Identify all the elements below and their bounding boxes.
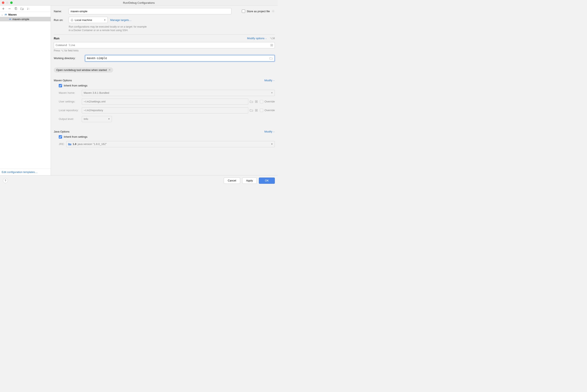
chip-label: Open run/debug tool window when started [56, 68, 107, 72]
output-level-select: Info ▼ [82, 116, 112, 122]
chevron-down-icon: ▼ [108, 118, 110, 120]
chevron-down-icon: ▼ [104, 19, 106, 21]
java-inherit-label: Inherit from settings [64, 135, 87, 138]
java-modify-link[interactable]: Modify⌄ [264, 130, 275, 133]
svg-rect-1 [15, 8, 17, 10]
name-input[interactable] [69, 8, 231, 14]
maven-home-select: Maven 3.8.1 Bundled ▼ [82, 90, 275, 96]
tree-root-maven[interactable]: ⌄ m Maven [0, 12, 51, 17]
close-window-button[interactable] [2, 2, 4, 4]
cancel-button[interactable]: Cancel [224, 178, 240, 184]
tree-item-label: maven-simple [13, 18, 29, 21]
store-as-project-label: Store as project file [247, 10, 270, 13]
folder-save-icon[interactable] [20, 7, 24, 10]
maven-icon: m [9, 18, 12, 20]
tree-item-maven-simple[interactable]: m maven-simple [0, 17, 51, 21]
gear-icon[interactable] [271, 10, 275, 13]
maven-modify-link[interactable]: Modify⌄ [264, 79, 275, 82]
minimize-window-button[interactable] [6, 2, 9, 4]
maven-inherit-checkbox[interactable] [59, 84, 62, 87]
output-level-label: Output level: [54, 118, 82, 120]
open-tool-window-chip[interactable]: Open run/debug tool window when started … [54, 68, 113, 72]
cmd-hint: Press ⌥ for field hints [54, 49, 275, 52]
svg-point-2 [273, 11, 274, 12]
chevron-down-icon: ⌄ [265, 37, 267, 40]
store-as-project-checkbox[interactable] [242, 10, 245, 13]
jre-select: 1.8 java version "1.8.0_162" ▼ [66, 141, 275, 147]
sidebar-toolbar [0, 6, 51, 12]
working-dir-input-wrap [85, 55, 275, 62]
expand-icon [254, 108, 258, 112]
ok-button[interactable]: OK [259, 178, 275, 184]
remove-icon[interactable] [8, 7, 11, 10]
maven-heading: Maven Options [54, 79, 72, 82]
run-section-header: Run Modify options⌄ ⌥M [54, 37, 275, 40]
copy-icon[interactable] [14, 7, 18, 10]
help-button[interactable]: ? [3, 178, 8, 183]
working-dir-input[interactable] [85, 56, 274, 61]
maven-section-header: Maven Options Modify⌄ [54, 79, 275, 82]
titlebar: Run/Debug Configurations [0, 0, 278, 6]
folder-icon[interactable] [269, 57, 273, 60]
maven-icon: m [4, 13, 8, 16]
window-title: Run/Debug Configurations [0, 1, 278, 4]
override-label: Override [264, 109, 275, 112]
tree-root-label: Maven [8, 13, 17, 16]
sort-icon[interactable] [27, 7, 30, 10]
chip-close-icon[interactable]: ✕ [109, 68, 111, 71]
add-icon[interactable] [2, 7, 5, 10]
java-inherit-checkbox[interactable] [59, 135, 62, 138]
user-settings-override-checkbox [260, 100, 263, 103]
chevron-down-icon: ⌄ [1, 14, 3, 16]
modify-options-link[interactable]: Modify options⌄ [247, 37, 267, 40]
chevron-down-icon: ▼ [271, 92, 273, 94]
runon-label: Run on: [54, 18, 69, 22]
manage-targets-link[interactable]: Manage targets… [110, 18, 132, 22]
config-tree: ⌄ m Maven m maven-simple [0, 12, 51, 168]
jre-version: 1.8 [73, 142, 76, 146]
sidebar: ⌄ m Maven m maven-simple Edit configurat… [0, 6, 51, 175]
folder-icon [249, 108, 253, 112]
folder-icon [68, 143, 71, 146]
dialog-footer: ? Cancel Apply OK [0, 175, 278, 186]
maven-home-label: Maven home: [54, 91, 82, 94]
jre-label: JRE: [54, 142, 66, 146]
apply-button[interactable]: Apply [242, 178, 257, 184]
runon-select[interactable]: Local machine ▼ [69, 17, 108, 23]
local-repo-input: ~/.m2/repository [82, 107, 248, 114]
divider [54, 34, 275, 35]
name-label: Name: [54, 10, 69, 13]
home-icon [71, 18, 74, 21]
java-heading: Java Options [54, 130, 70, 133]
user-settings-label: User settings: [54, 100, 82, 103]
java-section-header: Java Options Modify⌄ [54, 130, 275, 133]
modify-shortcut: ⌥M [270, 37, 275, 40]
local-repo-label: Local repository: [54, 109, 82, 112]
override-label: Override [264, 100, 275, 103]
maximize-window-button[interactable] [10, 2, 13, 4]
expand-icon[interactable] [270, 43, 273, 47]
run-heading: Run [54, 37, 59, 40]
expand-icon [254, 100, 258, 104]
chevron-down-icon: ⌄ [273, 79, 275, 81]
user-settings-input: ~/.m2/settings.xml [82, 98, 248, 105]
working-dir-label: Working directory: [54, 56, 83, 60]
chevron-down-icon: ▼ [271, 143, 273, 145]
jre-detail: java version "1.8.0_162" [78, 142, 107, 146]
main-panel: Name: Store as project file Run on: Loca… [51, 6, 278, 175]
command-line-input[interactable] [54, 42, 275, 48]
chevron-down-icon: ⌄ [273, 130, 275, 132]
traffic-lights [0, 2, 13, 4]
edit-templates-link[interactable]: Edit configuration templates… [2, 170, 38, 174]
folder-icon [249, 100, 253, 104]
local-repo-override-checkbox [260, 109, 263, 112]
maven-inherit-label: Inherit from settings [64, 84, 87, 87]
runon-help: Run configurations may be executed local… [69, 25, 275, 32]
runon-value: Local machine [75, 18, 92, 22]
